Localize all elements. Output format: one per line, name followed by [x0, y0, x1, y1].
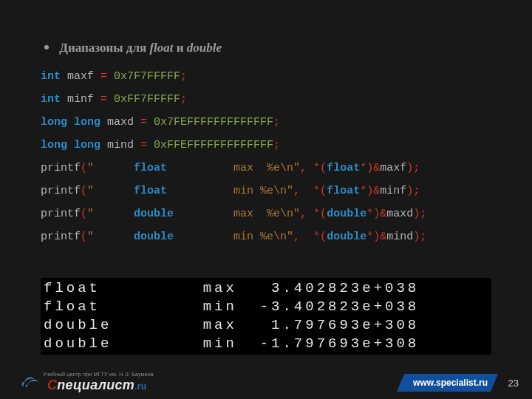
logo-text: Специалист.ru [47, 378, 146, 393]
logo-mark-icon [21, 373, 46, 389]
code-line-1: int maxf = 0x7F7FFFFF; [41, 71, 502, 82]
console-output: float max 3.402823e+038 float min -3.402… [41, 278, 491, 355]
slide-footer: Учебный центр при МГТУ им. Н.Э. Баумана … [0, 366, 532, 399]
slide-title: Диапазоны для float и double [44, 40, 502, 56]
code-line-4: long long mind = 0xFFEFFFFFFFFFFFFF; [41, 140, 502, 151]
code-line-2: int minf = 0xFF7FFFFF; [41, 94, 502, 105]
title-text: Диапазоны для float и double [59, 41, 222, 55]
url-badge: www.specialist.ru [397, 374, 498, 392]
page-number: 23 [508, 378, 519, 389]
logo: Специалист.ru [21, 373, 146, 393]
code-line-7: printf(" double max %e\n", *(double*)&ma… [41, 208, 502, 219]
code-block: int maxf = 0x7F7FFFFF; int minf = 0xFF7F… [41, 71, 502, 254]
code-line-3: long long maxd = 0x7FEFFFFFFFFFFFFF; [41, 117, 502, 128]
code-line-6: printf(" float min %e\n", *(float*)&minf… [41, 185, 502, 197]
slide: Диапазоны для float и double int maxf = … [0, 0, 532, 399]
code-line-5: printf(" float max %e\n", *(float*)&maxf… [41, 163, 502, 174]
code-line-8: printf(" double min %e\n", *(double*)&mi… [41, 231, 502, 242]
bullet-icon [44, 45, 49, 50]
